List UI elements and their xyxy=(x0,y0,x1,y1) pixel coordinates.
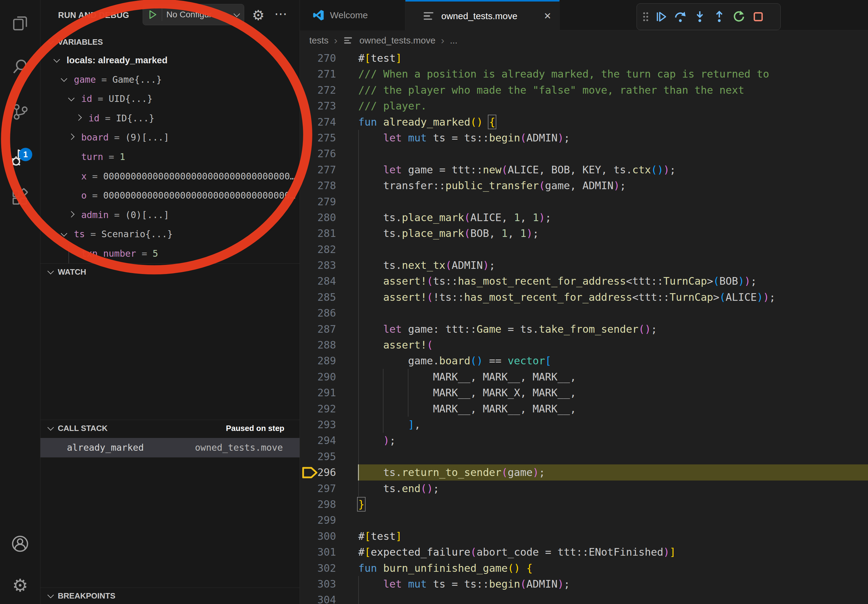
code-line[interactable]: 302fun burn_unfinished_game() { xyxy=(299,560,868,576)
chevron-right-icon[interactable] xyxy=(68,211,74,217)
breadcrumb-symbol[interactable]: ... xyxy=(450,35,457,46)
code-line[interactable]: 292 MARK__, MARK__, MARK__, xyxy=(299,401,868,417)
variables-section-header[interactable]: VARIABLES xyxy=(40,34,299,51)
launch-configuration-dropdown[interactable]: No Configur xyxy=(143,4,244,25)
code-line[interactable]: 275 let mut ts = ts::begin(ADMIN); xyxy=(299,130,868,146)
breadcrumb-separator-icon: › xyxy=(334,34,337,46)
code-text: game.board() == vector[ xyxy=(358,353,868,369)
code-line[interactable]: 281 ts.place_mark(BOB, 1, 1); xyxy=(299,225,868,241)
account-icon[interactable] xyxy=(10,534,30,553)
code-text: ); xyxy=(358,432,868,448)
equals-sign: = xyxy=(92,93,108,104)
variable-name: x xyxy=(81,171,87,181)
variable-name: admin xyxy=(81,209,108,220)
breadcrumb-file[interactable]: owned_tests.move xyxy=(360,35,436,46)
variable-row-txn_number[interactable]: txn_number = 5 xyxy=(40,244,299,263)
variable-row-turn[interactable]: turn = 1 xyxy=(40,147,299,167)
tab-owned-tests[interactable]: owned_tests.move ✕ xyxy=(405,0,560,30)
code-line[interactable]: 272/// the player who made the "false" m… xyxy=(299,82,868,98)
code-text: let game: ttt::Game = ts.take_from_sende… xyxy=(358,321,868,337)
code-line[interactable]: 290 MARK__, MARK__, MARK__, xyxy=(299,369,868,385)
code-line[interactable]: 301#[expected_failure(abort_code = ttt::… xyxy=(299,544,868,560)
watch-section-header[interactable]: WATCH xyxy=(40,263,299,280)
code-line[interactable]: 287 let game: ttt::Game = ts.take_from_s… xyxy=(299,321,868,337)
code-line[interactable]: 270#[test] xyxy=(299,50,868,66)
code-line[interactable]: 284 assert!(ts::has_most_recent_for_addr… xyxy=(299,273,868,289)
code-line[interactable]: 274fun already_marked() { xyxy=(299,114,868,130)
code-line[interactable]: 299 xyxy=(299,512,868,528)
gear-icon[interactable]: ⚙ xyxy=(250,0,267,30)
step-into-button[interactable] xyxy=(691,6,708,27)
code-line[interactable]: 276 xyxy=(299,146,868,161)
code-line[interactable]: 304 xyxy=(299,592,868,604)
code-line[interactable]: 291 MARK__, MARK_X, MARK__, xyxy=(299,385,868,401)
code-line[interactable]: 288 assert!( xyxy=(299,337,868,353)
chevron-down-icon[interactable] xyxy=(54,56,60,63)
variable-row-game[interactable]: game = Game{...} xyxy=(40,70,299,90)
explorer-icon[interactable] xyxy=(10,13,30,33)
variable-name: board xyxy=(81,132,108,142)
code-line[interactable]: 293 ], xyxy=(299,417,868,432)
code-line[interactable]: 300#[test] xyxy=(299,528,868,544)
call-stack-section-header[interactable]: CALL STACK Paused on step xyxy=(40,420,299,437)
code-line[interactable]: 295 xyxy=(299,449,868,465)
close-tab-icon[interactable]: ✕ xyxy=(544,11,552,21)
code-line[interactable]: 271/// When a position is already marked… xyxy=(299,66,868,82)
chevron-right-icon[interactable] xyxy=(68,133,74,140)
variable-row-x[interactable]: x = 0000000000000000000000000000000000… xyxy=(40,167,299,186)
chevron-down-icon[interactable] xyxy=(68,95,74,101)
breadcrumb-folder[interactable]: tests xyxy=(309,35,329,46)
variable-row-id[interactable]: id = UID{...} xyxy=(40,89,299,108)
settings-gear-icon[interactable]: ⚙ xyxy=(0,576,40,595)
step-out-button[interactable] xyxy=(710,6,728,27)
code-text: ts.place_mark(ALICE, 1, 1); xyxy=(358,209,868,225)
code-line[interactable]: 285 assert!(!ts::has_most_recent_for_add… xyxy=(299,289,868,305)
code-line[interactable]: 273/// player. xyxy=(299,98,868,114)
chevron-right-icon[interactable] xyxy=(76,114,82,121)
variable-row-ts[interactable]: ts = Scenario{...} xyxy=(40,225,299,244)
code-line[interactable]: 294 ); xyxy=(299,432,868,448)
code-line[interactable]: 283 ts.next_tx(ADMIN); xyxy=(299,257,868,273)
call-stack-frame-row[interactable]: already_marked owned_tests.move xyxy=(40,438,299,457)
code-text: #[test] xyxy=(358,528,868,544)
line-number: 298 xyxy=(299,496,336,512)
toolbar-drag-grip[interactable] xyxy=(641,6,650,27)
code-line[interactable]: 298} xyxy=(299,496,868,512)
variable-row-board[interactable]: board = (9)[...] xyxy=(40,128,299,147)
line-number: 300 xyxy=(299,528,336,544)
chevron-down-icon[interactable] xyxy=(61,76,67,82)
continue-button[interactable] xyxy=(652,6,670,27)
variable-value: 1 xyxy=(119,152,125,162)
variable-row-admin[interactable]: admin = (0)[...] xyxy=(40,205,299,225)
search-icon[interactable] xyxy=(10,57,30,76)
code-line[interactable]: 303 let mut ts = ts::begin(ADMIN); xyxy=(299,576,868,592)
tab-owned-tests-label: owned_tests.move xyxy=(441,11,517,21)
code-line[interactable]: 286 xyxy=(299,305,868,321)
code-line[interactable]: 297 ts.end(); xyxy=(299,480,868,496)
stop-button[interactable] xyxy=(749,6,767,27)
chevron-down-icon[interactable] xyxy=(61,230,67,237)
code-text: ts.place_mark(BOB, 1, 1); xyxy=(358,225,868,241)
code-line-current[interactable]: 296 ts.return_to_sender(game); xyxy=(299,465,868,480)
restart-button[interactable] xyxy=(730,6,747,27)
tab-welcome[interactable]: Welcome xyxy=(299,0,405,30)
line-number: 292 xyxy=(299,401,336,417)
step-over-button[interactable] xyxy=(671,6,689,27)
code-line[interactable]: 278 transfer::public_transfer(game, ADMI… xyxy=(299,178,868,194)
more-actions-icon[interactable]: ⋯ xyxy=(272,0,289,30)
variable-row-o[interactable]: o = 0000000000000000000000000000000000… xyxy=(40,186,299,205)
code-line[interactable]: 282 xyxy=(299,242,868,257)
start-debug-icon[interactable] xyxy=(143,9,162,20)
breakpoints-section-header[interactable]: BREAKPOINTS xyxy=(40,588,299,604)
code-line[interactable]: 277 let game = ttt::new(ALICE, BOB, KEY,… xyxy=(299,162,868,178)
variable-scope-row[interactable]: locals: already_marked xyxy=(40,51,299,70)
variable-row-id[interactable]: id = ID{...} xyxy=(40,108,299,128)
code-line[interactable]: 280 ts.place_mark(ALICE, 1, 1); xyxy=(299,209,868,225)
source-control-icon[interactable] xyxy=(10,102,30,121)
code-editor[interactable]: 270#[test]271/// When a position is alre… xyxy=(299,50,868,604)
code-line[interactable]: 279 xyxy=(299,194,868,209)
code-line[interactable]: 289 game.board() == vector[ xyxy=(299,353,868,369)
extensions-icon[interactable] xyxy=(10,188,30,208)
line-number: 273 xyxy=(299,98,336,114)
line-number: 296 xyxy=(299,465,336,480)
